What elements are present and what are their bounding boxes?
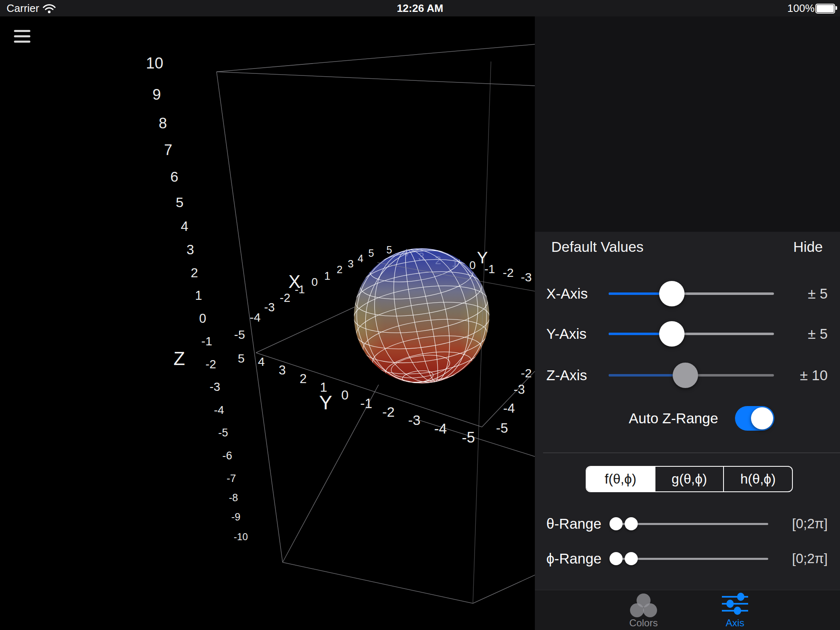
y_front-tick-label: -5 [462, 429, 475, 446]
z_axis-tick-label: 6 [170, 169, 178, 185]
hamburger-bar [14, 35, 30, 37]
plot-3d-canvas[interactable]: 109876543210-1-2-3-4-5-6-7-8-9-10-5-4-3-… [0, 0, 535, 630]
y_front-tick-label: 5 [238, 352, 245, 365]
colors-icon [643, 603, 657, 617]
auto-z-range-label: Auto Z-Range [629, 410, 718, 427]
z_axis-tick-label: -4 [214, 404, 224, 416]
z_axis-tick-label: 2 [191, 265, 198, 280]
hamburger-bar [14, 30, 30, 32]
x_front-tick-label: -3 [514, 382, 525, 397]
z_axis-tick-label: 8 [159, 115, 167, 132]
x_back-tick-label: 2 [337, 263, 342, 276]
x_back-tick-label: -4 [250, 310, 261, 324]
y_front-tick-label: 3 [278, 363, 285, 377]
z_axis-tick-label: -1 [201, 334, 212, 348]
range-value-1: [0;2π] [792, 551, 828, 566]
z_axis-tick-label: -5 [218, 427, 228, 439]
colors-icon [630, 603, 644, 617]
y_front-tick-label: 2 [299, 372, 306, 386]
tab-axis-label: Axis [702, 617, 768, 629]
battery-percent: 100% [788, 2, 815, 15]
axis-label-y: Y [477, 249, 488, 267]
toggle-knob [751, 407, 773, 429]
hamburger-bar [14, 41, 30, 43]
z_axis-tick-label: -10 [234, 531, 248, 542]
z_axis-tick-label: -6 [222, 450, 232, 462]
slider-thumb-x-axis[interactable] [659, 281, 685, 306]
auto-z-range-toggle[interactable] [735, 406, 774, 431]
y_back-tick-label: 4 [403, 247, 409, 259]
x_back-tick-label: 4 [358, 253, 363, 264]
function-segment-2[interactable]: h(θ,ϕ) [723, 467, 792, 491]
x_front-tick-label: -4 [503, 401, 515, 415]
z_axis-tick-label: 10 [146, 55, 163, 72]
status-bar: Carrier 12:26 AM 100% [0, 0, 840, 16]
y_back-tick-label: 5 [386, 244, 392, 256]
y_back-tick-label: -2 [503, 266, 514, 279]
z_axis-tick-label: 9 [153, 86, 161, 103]
x_front-tick-label: -5 [496, 420, 508, 436]
tab-axis[interactable]: Axis [702, 590, 768, 630]
axis-label-z: Z [173, 348, 185, 369]
battery-icon-tip [835, 6, 837, 10]
tab-colors-label: Colors [611, 617, 676, 629]
y_front-tick-label: -2 [382, 404, 395, 420]
z_axis-tick-label: -7 [226, 472, 236, 484]
z_axis-tick-label: 0 [199, 311, 206, 326]
z_axis-tick-label: 7 [164, 142, 172, 158]
x_back-tick-label: 1 [324, 270, 330, 282]
range-label-1: ϕ-Range [546, 550, 601, 567]
tab-colors[interactable]: Colors [611, 590, 676, 630]
z_axis-tick-label: -8 [229, 492, 238, 503]
axis-label-x: X [288, 272, 300, 292]
plot-3d-view[interactable]: 109876543210-1-2-3-4-5-6-7-8-9-10-5-4-3-… [0, 0, 535, 630]
function-segmented-control: f(θ,ϕ)g(θ,ϕ)h(θ,ϕ) [586, 466, 793, 492]
range-label-0: θ-Range [546, 516, 601, 532]
bottom-tab-bar: Colors Axis [535, 590, 840, 630]
menu-hamburger-icon[interactable] [12, 27, 33, 47]
y_back-tick-label: 3 [418, 251, 424, 263]
y_back-tick-label: 0 [469, 259, 476, 272]
y_back-tick-label: -3 [521, 270, 532, 284]
z_axis-tick-label: 4 [181, 219, 188, 234]
panel-upper-empty-area [535, 16, 840, 232]
z_axis-tick-label: 3 [187, 242, 194, 257]
slider-label-y-axis: Y-Axis [546, 326, 587, 342]
z_axis-tick-label: 5 [176, 194, 184, 210]
x_back-tick-label: -2 [280, 291, 290, 304]
slider-label-x-axis: X-Axis [546, 285, 588, 302]
clock: 12:26 AM [0, 2, 840, 15]
settings-panel: Default Values Hide Auto Z-Range f(θ,ϕ)g… [535, 0, 840, 630]
slider-value-y-axis: ± 5 [808, 326, 828, 342]
range-thumb-high-1[interactable] [625, 552, 638, 565]
slider-track-y-axis[interactable] [609, 333, 774, 335]
slider-track-x-axis[interactable] [609, 292, 774, 295]
y_back-tick-label: 1 [452, 256, 458, 269]
y_front-tick-label: -3 [408, 412, 420, 428]
range-value-0: [0;2π] [792, 516, 828, 532]
slider-value-x-axis: ± 5 [808, 285, 828, 302]
battery-icon [815, 4, 835, 14]
function-segment-1[interactable]: g(θ,ϕ) [655, 467, 724, 491]
section-title: Default Values [551, 239, 644, 255]
x_back-tick-label: -3 [264, 301, 275, 314]
x_back-tick-label: 3 [348, 258, 354, 270]
slider-thumb-z-axis[interactable] [673, 363, 698, 388]
hide-button[interactable]: Hide [793, 239, 823, 255]
axis-label-y: Y [319, 392, 332, 413]
y_back-tick-label: 2 [435, 254, 441, 267]
z_axis-tick-label: -2 [205, 358, 216, 371]
range-thumb-high-0[interactable] [625, 517, 638, 530]
x_back-tick-label: 0 [311, 276, 318, 288]
slider-label-z-axis: Z-Axis [546, 367, 587, 383]
y_front-tick-label: -1 [360, 396, 372, 411]
z_axis-tick-label: 1 [195, 288, 202, 303]
z_axis-tick-label: -9 [231, 511, 240, 523]
x_front-tick-label: -2 [521, 366, 532, 380]
x_back-tick-label: -5 [234, 328, 245, 341]
x_back-tick-label: 5 [368, 247, 374, 259]
slider-value-z-axis: ± 10 [800, 367, 828, 383]
slider-thumb-y-axis[interactable] [659, 321, 685, 347]
function-segment-0[interactable]: f(θ,ϕ) [587, 467, 655, 491]
axis-sliders-icon [719, 592, 751, 616]
